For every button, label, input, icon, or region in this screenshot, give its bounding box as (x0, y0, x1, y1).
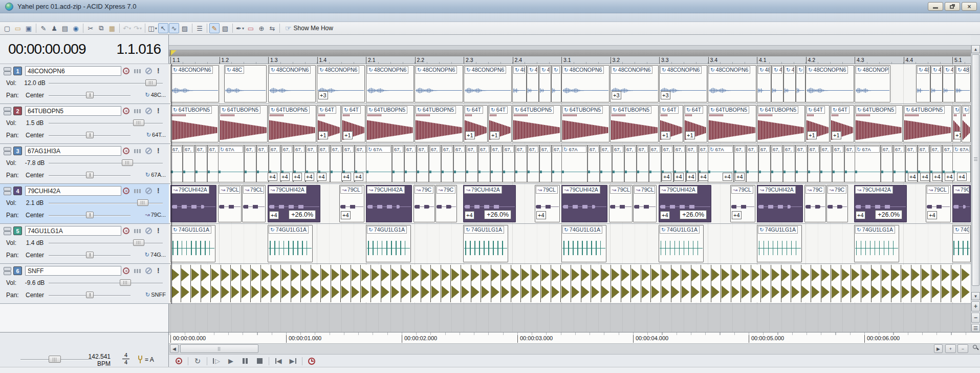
envelope-tool-button[interactable]: ∿ (169, 23, 179, 33)
mute-button[interactable] (145, 68, 152, 74)
timeline-clip[interactable] (311, 265, 321, 302)
volume-slider-handle[interactable] (137, 199, 148, 206)
scroll-right-button[interactable]: ▶ (934, 344, 943, 353)
beat-position-value[interactable]: 1.1.016 (117, 41, 161, 57)
paste-button[interactable]: ▦ (107, 23, 117, 33)
timeline-clip[interactable]: ↻ 67A (561, 145, 587, 182)
timeline-clip[interactable]: 67, (527, 145, 539, 182)
track-io-icon[interactable] (4, 227, 11, 235)
timeline-clip[interactable]: ↻64T+1 (952, 105, 961, 142)
restore-button[interactable] (945, 2, 960, 11)
record-arm-button[interactable] (123, 267, 129, 274)
zoom-in-time-button[interactable]: + (945, 344, 956, 353)
zoom-out-time-button[interactable]: − (957, 344, 968, 353)
timeline-clip[interactable] (421, 265, 431, 302)
timeline-clip[interactable] (340, 265, 351, 302)
track-io-icon[interactable] (4, 67, 11, 75)
publish-button[interactable]: ♟ (49, 23, 59, 33)
solo-button[interactable]: ! (157, 107, 160, 115)
timeline-clip[interactable] (630, 265, 641, 302)
timeline-clip[interactable] (871, 265, 881, 302)
pan-slider-handle[interactable] (86, 252, 94, 258)
timeline-clip[interactable]: ↝79CL+4 (339, 185, 364, 222)
timeline-clip[interactable]: ↻48CONOPN6+3 (659, 65, 707, 102)
timeline-clip[interactable] (551, 265, 561, 302)
timeline-clip[interactable] (671, 265, 681, 302)
timeline-clip[interactable]: ↻48CONOPN6 (855, 65, 890, 102)
timeline-clip[interactable]: ↝79CUHI42A+4+26.0% (268, 185, 320, 222)
track-fx-icon[interactable] (134, 69, 141, 73)
timeline-clip[interactable]: ↻48CONOPN6+3 (317, 65, 365, 102)
timeline-clip[interactable]: ↻48C (224, 65, 267, 102)
pan-value[interactable]: Center (23, 132, 47, 139)
timeline-clip[interactable] (851, 265, 861, 302)
minimize-button[interactable] (928, 2, 943, 11)
mute-button[interactable] (145, 267, 152, 274)
timeline-clip[interactable]: ↝79C (435, 185, 457, 222)
timeline-clip[interactable]: ↝79CL (609, 185, 633, 222)
volume-slider-handle[interactable] (120, 279, 131, 286)
timeline-clip[interactable]: 67, (453, 145, 466, 182)
timeline-clip[interactable]: ↻64TUBOPN5 (610, 105, 659, 142)
volume-slider-handle[interactable] (122, 159, 133, 166)
timeline-clip[interactable] (931, 265, 941, 302)
timeline-clip[interactable]: ↻64TUBOPN5 (561, 105, 609, 142)
timeline-clip[interactable]: 67, (893, 145, 905, 182)
timeline-clip[interactable] (381, 265, 391, 302)
timeline-clip[interactable]: ↻64T+1 (464, 105, 488, 142)
timeline-clip[interactable] (711, 265, 721, 302)
timeline-clip[interactable]: ↻74GU1LG1A (170, 225, 215, 262)
volume-slider[interactable] (49, 283, 163, 283)
pan-slider-handle[interactable] (86, 92, 94, 98)
solo-button[interactable]: ! (157, 147, 160, 155)
timeline-clip[interactable]: 67, (417, 145, 429, 182)
track-name-field[interactable]: 74GU1LG1A (25, 226, 121, 236)
timeline-clip[interactable] (661, 265, 671, 302)
track-fx-icon[interactable] (134, 229, 141, 233)
timeline-clip[interactable]: ↻64T+1 (317, 105, 341, 142)
timeline-clip[interactable] (430, 265, 441, 302)
play-from-start-button[interactable]: ▷ (210, 356, 223, 366)
timeline-clip[interactable]: 67, (441, 145, 453, 182)
timeline-clip[interactable]: 67, (820, 145, 832, 182)
timeline-clip[interactable] (471, 265, 481, 302)
timeline-clip[interactable] (771, 265, 781, 302)
timeline-clip[interactable] (410, 265, 421, 302)
timeline-clip[interactable] (601, 265, 611, 302)
timeline-clip[interactable] (491, 265, 501, 302)
track-header-48CONOPN6[interactable]: 148CONOPN6!Vol:12.0 dBPan:Center↻48C... (0, 64, 169, 104)
timeline-clip[interactable]: ↻48 (796, 65, 805, 102)
timeline-clip[interactable]: 67, (539, 145, 552, 182)
timeline-clip[interactable]: ↻48C (512, 65, 527, 102)
timeline-clip[interactable]: 67, (330, 145, 342, 182)
paint-tool-button[interactable]: ▨ (180, 23, 190, 33)
bpm-value[interactable]: 142.541 (76, 353, 111, 360)
zoom-in-track-height-button[interactable]: + (971, 301, 980, 312)
timeline-clip[interactable]: 67, (244, 145, 256, 182)
timeline-clip[interactable]: 67, (404, 145, 417, 182)
timeline-clip[interactable]: 67, (587, 145, 600, 182)
volume-slider[interactable] (49, 243, 163, 243)
timeline-clip[interactable] (511, 265, 521, 302)
pan-value[interactable]: Center (23, 212, 47, 219)
timeline-clip[interactable] (280, 265, 291, 302)
timeline-clip[interactable]: 67, (170, 145, 183, 182)
timeline-clip[interactable]: 67, (795, 145, 808, 182)
timeline-clip[interactable] (650, 265, 661, 302)
track-header-64TUBOPN5[interactable]: 264TUBOPN5!Vol:1.5 dBPan:Center↻64T... (0, 104, 169, 144)
track-name-field[interactable]: 64TUBOPN5 (25, 106, 121, 116)
timeline-clip[interactable]: ↻64T+1 (805, 105, 830, 142)
time-signature-denominator[interactable]: 4 (122, 359, 130, 366)
marker-flag-icon[interactable] (170, 50, 177, 56)
pan-value[interactable]: Center (23, 292, 47, 299)
timeline-clip[interactable]: ↝79CUHI42A (170, 185, 216, 222)
active-clip-reference[interactable]: ↻48C... (145, 92, 166, 98)
mute-button[interactable] (145, 108, 152, 114)
timeline-clip[interactable]: ↻48 (551, 65, 561, 102)
vertical-scrollbar[interactable] (971, 53, 980, 292)
time-signature-numerator[interactable]: 4 (122, 352, 130, 359)
track-header-74GU1LG1A[interactable]: 574GU1LG1A!Vol:1.4 dBPan:Center↻74G... (0, 224, 169, 264)
timeline-clip[interactable] (190, 265, 201, 302)
timeline-clip[interactable]: ↝79C (413, 185, 435, 222)
timeline-clip[interactable]: ↝79CL+4 (535, 185, 560, 222)
